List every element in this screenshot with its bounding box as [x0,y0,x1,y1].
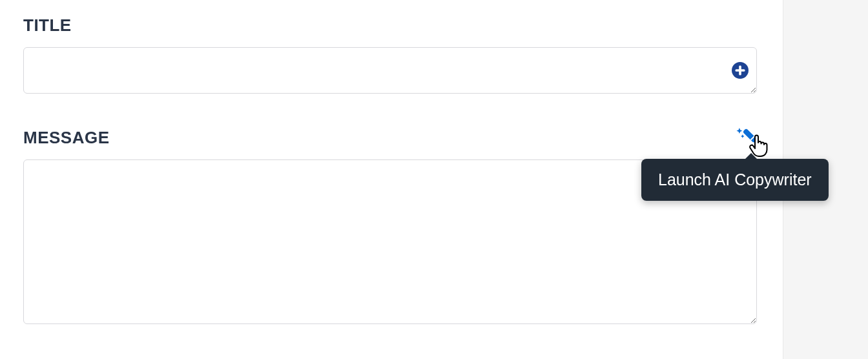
message-label: MESSAGE [23,128,110,148]
magic-wand-icon [736,127,757,145]
svg-rect-2 [736,69,745,72]
plus-circle-icon [731,61,749,79]
tooltip-text: Launch AI Copywriter [658,170,812,189]
svg-rect-3 [743,128,757,143]
add-button[interactable] [731,61,749,79]
title-label: TITLE [23,15,760,36]
title-input[interactable] [23,47,757,94]
message-header-row: MESSAGE [23,127,757,148]
ai-copywriter-button[interactable] [736,127,757,148]
ai-copywriter-tooltip: Launch AI Copywriter [641,159,829,201]
title-field-wrapper [23,47,760,96]
